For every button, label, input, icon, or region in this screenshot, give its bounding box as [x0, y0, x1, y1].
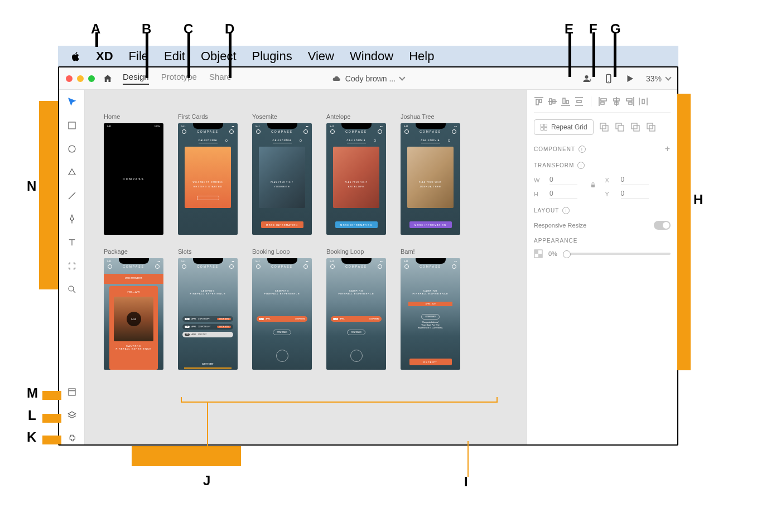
transform-inputs: W X H Y: [534, 175, 671, 199]
component-section: COMPONENT i +: [534, 144, 671, 154]
artboard-frame: 9:41●● COMPASS CALIFORNIAQ PLAN YOUR VIS…: [252, 123, 312, 235]
menu-plugins[interactable]: Plugins: [252, 49, 292, 64]
hero-card: PLAN YOUR VISIT YOSEMITE: [259, 147, 305, 208]
zoom-tool[interactable]: [66, 284, 78, 295]
opacity-icon: [534, 249, 543, 258]
info-bar: MORE INFORMATION: [104, 274, 163, 284]
artboard[interactable]: Booking Loop 9:41●● COMPASS CAMPINGFIREF…: [326, 248, 386, 370]
artboard[interactable]: Joshua Tree 9:41●● COMPASS CALIFORNIAQ P…: [401, 113, 460, 235]
callout-f: F: [589, 21, 597, 37]
boolean-add-icon[interactable]: [599, 122, 609, 132]
align-middle-icon[interactable]: [547, 96, 557, 107]
callout-line: [568, 32, 571, 77]
artboard[interactable]: Home 9:41100% COMPASS: [104, 113, 163, 235]
repeat-grid-button[interactable]: Repeat Grid: [534, 119, 594, 135]
polygon-tool[interactable]: [66, 167, 78, 178]
appearance-section: APPEARANCE: [534, 238, 671, 244]
doc-name: Cody brown ...: [345, 74, 396, 83]
callout-bracket: [181, 397, 182, 403]
app-title: COMPASS: [178, 130, 238, 133]
layers-panel-toggle[interactable]: [66, 410, 78, 421]
tab-design[interactable]: Design: [123, 72, 149, 85]
ellipse-tool[interactable]: [66, 143, 78, 154]
menu-window[interactable]: Window: [350, 49, 393, 64]
svg-text:+: +: [589, 78, 592, 83]
info-icon[interactable]: i: [562, 207, 570, 214]
callout-block: [132, 446, 241, 466]
assets-panel-toggle[interactable]: [66, 386, 78, 398]
height-input[interactable]: [549, 188, 577, 199]
y-input[interactable]: [621, 188, 649, 199]
align-right-icon[interactable]: [625, 96, 635, 107]
artboard-frame: 9:41●● COMPASS CAMPINGFIREFALL EXPERIENC…: [401, 258, 460, 370]
artboard[interactable]: Yosemite 9:41●● COMPASS CALIFORNIAQ PLAN…: [252, 113, 312, 235]
callout-h: H: [693, 192, 703, 207]
callout-d: D: [225, 21, 234, 37]
rectangle-tool[interactable]: [66, 120, 78, 131]
artboard-frame: 9:41●● COMPASS MORE INFORMATION FEB — AP…: [104, 258, 163, 370]
distribute-v-icon[interactable]: [574, 96, 584, 107]
info-icon[interactable]: i: [577, 162, 585, 169]
device-preview-icon[interactable]: [604, 74, 614, 84]
artboard[interactable]: First Cards 9:41●● COMPASS CALIFORNIAQ W…: [178, 113, 238, 235]
pen-tool[interactable]: [66, 214, 78, 225]
menu-view[interactable]: View: [308, 49, 334, 64]
svg-rect-4: [69, 122, 75, 129]
home-icon[interactable]: [103, 74, 113, 84]
menu-xd[interactable]: XD: [96, 49, 113, 64]
canvas[interactable]: Home 9:41100% COMPASS First Cards 9:41●●…: [85, 90, 527, 444]
align-center-icon[interactable]: [611, 96, 621, 107]
close-button[interactable]: [66, 75, 73, 82]
opacity-slider[interactable]: [563, 253, 671, 255]
tab-prototype[interactable]: Prototype: [161, 72, 197, 85]
lock-icon[interactable]: [590, 182, 596, 188]
artboard-label: Package: [104, 248, 163, 255]
play-circle-icon: [276, 350, 288, 362]
artboard-tool[interactable]: [66, 260, 78, 272]
hero-card: WELCOME TO COMPASS GETTING STARTED: [185, 147, 231, 208]
add-component-icon[interactable]: +: [665, 144, 671, 154]
align-bottom-icon[interactable]: [561, 96, 571, 107]
status-bar: 9:41100%: [104, 125, 163, 128]
callout-line: [187, 32, 190, 78]
minimize-button[interactable]: [77, 75, 84, 82]
svg-point-0: [585, 75, 588, 79]
width-input[interactable]: [549, 175, 577, 185]
artboard[interactable]: Bam! 9:41●● COMPASS CAMPINGFIREFALL EXPE…: [401, 248, 460, 370]
select-tool[interactable]: [66, 96, 78, 108]
maximize-button[interactable]: [88, 75, 95, 82]
boolean-subtract-icon[interactable]: [615, 122, 625, 132]
menu-edit[interactable]: Edit: [164, 49, 185, 64]
package-card: FEB — APR $450 CANYONS FIREFALL EXPERIEN…: [109, 286, 158, 370]
artboard[interactable]: Package 9:41●● COMPASS MORE INFORMATION …: [104, 248, 163, 370]
receipt-button: RECEIPT: [409, 359, 452, 365]
align-top-icon[interactable]: [534, 96, 544, 107]
svg-rect-10: [541, 128, 544, 130]
callout-j: J: [203, 473, 210, 489]
zoom-select[interactable]: 33%: [646, 74, 671, 83]
tab-share[interactable]: Share: [209, 72, 232, 85]
info-button: MORE INFORMATION: [261, 221, 303, 228]
distribute-h-icon[interactable]: [638, 96, 648, 107]
text-tool[interactable]: [66, 237, 78, 248]
artboard-grid: Home 9:41100% COMPASS First Cards 9:41●●…: [104, 113, 508, 370]
document-title[interactable]: Cody brown ...: [332, 74, 404, 83]
responsive-toggle[interactable]: [654, 221, 671, 230]
opacity-row: 0%: [534, 249, 671, 258]
artboard-label: Joshua Tree: [401, 113, 460, 120]
invite-icon[interactable]: +: [582, 74, 592, 84]
artboard[interactable]: Slots 9:41●● COMPASS CAMPINGFIREFALL EXP…: [178, 248, 238, 370]
play-icon[interactable]: [625, 74, 635, 84]
artboard[interactable]: Booking Loop 9:41●● COMPASS CAMPINGFIREF…: [252, 248, 312, 370]
line-tool[interactable]: [66, 190, 78, 201]
artboard[interactable]: Antelope 9:41●● COMPASS CALIFORNIAQ PLAN…: [326, 113, 386, 235]
menu-help[interactable]: Help: [409, 49, 434, 64]
boolean-intersect-icon[interactable]: [630, 122, 640, 132]
svg-point-5: [69, 146, 75, 152]
category-chip: CALIFORNIA: [198, 139, 217, 143]
x-input[interactable]: [621, 175, 649, 185]
boolean-exclude-icon[interactable]: [646, 122, 656, 132]
align-left-icon[interactable]: [598, 96, 608, 107]
info-icon[interactable]: i: [578, 146, 586, 153]
plugins-panel-toggle[interactable]: [66, 433, 78, 444]
